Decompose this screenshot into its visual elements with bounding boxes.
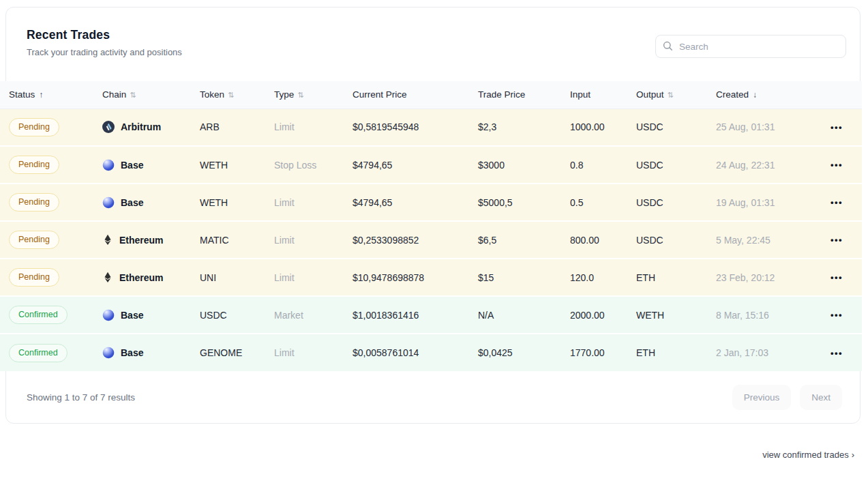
chain-label: Base — [121, 197, 143, 208]
column-label: Output — [636, 89, 664, 100]
trades-table: Status↑Chain⇅Token⇅Type⇅Current PriceTra… — [0, 81, 862, 371]
card-header: Recent Trades Track your trading activit… — [6, 8, 860, 81]
status-cell: Confirmed — [0, 334, 102, 371]
next-button[interactable]: Next — [800, 385, 842, 410]
type-cell: Limit — [274, 334, 353, 371]
input-cell: 0.8 — [570, 146, 636, 184]
pagination: Previous Next — [732, 385, 842, 410]
column-header-actions — [811, 81, 862, 108]
trade-price-cell: $5000,5 — [478, 184, 570, 221]
output-cell: USDC — [636, 221, 716, 259]
output-cell: ETH — [636, 334, 716, 371]
column-header-status[interactable]: Status↑ — [0, 81, 102, 108]
column-header-chain[interactable]: Chain⇅ — [102, 81, 200, 108]
created-cell: 2 Jan, 17:03 — [716, 334, 811, 371]
chain-cell-td: Base — [102, 334, 200, 371]
chain-cell-td: Ethereum — [102, 221, 200, 259]
column-header-trade-price: Trade Price — [478, 81, 570, 108]
row-actions-button[interactable]: ••• — [825, 231, 848, 249]
column-label: Created — [716, 89, 749, 100]
sort-icon: ⇅ — [130, 91, 136, 99]
ethereum-icon — [102, 234, 113, 246]
status-badge: Pending — [9, 118, 59, 136]
base-icon — [102, 347, 115, 359]
output-cell: ETH — [636, 259, 716, 296]
column-label: Status — [9, 89, 35, 100]
trade-price-cell: N/A — [478, 296, 570, 334]
table-row: PendingEthereumMATICLimit$0,2533098852$6… — [0, 221, 862, 259]
created-cell: 24 Aug, 22:31 — [716, 146, 811, 184]
column-label: Input — [570, 89, 590, 100]
input-cell: 120.0 — [570, 259, 636, 296]
column-header-token[interactable]: Token⇅ — [200, 81, 274, 108]
input-cell: 1000.00 — [570, 108, 636, 146]
row-actions-button[interactable]: ••• — [825, 193, 848, 212]
actions-cell: ••• — [811, 146, 862, 184]
table-row: PendingBaseWETHStop Loss$4794,65$30000.8… — [0, 146, 862, 184]
title-block: Recent Trades Track your trading activit… — [27, 28, 182, 57]
status-badge: Pending — [9, 231, 59, 249]
column-header-current-price: Current Price — [353, 81, 478, 108]
type-cell: Limit — [274, 108, 353, 146]
chevron-right-icon: › — [852, 450, 854, 460]
column-header-input: Input — [570, 81, 636, 108]
current-price-cell: $4794,65 — [353, 184, 478, 221]
trade-price-cell: $2,3 — [478, 108, 570, 146]
link-label: view confirmed trades — [762, 450, 848, 460]
output-cell: USDC — [636, 146, 716, 184]
type-cell: Limit — [274, 221, 353, 259]
token-cell: ARB — [200, 108, 274, 146]
token-cell: USDC — [200, 296, 274, 334]
status-cell: Pending — [0, 221, 102, 259]
row-actions-button[interactable]: ••• — [825, 268, 848, 287]
current-price-cell: $0,2533098852 — [353, 221, 478, 259]
search-icon — [663, 41, 673, 51]
row-actions-button[interactable]: ••• — [825, 306, 848, 324]
status-cell: Pending — [0, 146, 102, 184]
current-price-cell: $0,0058761014 — [353, 334, 478, 371]
table-row: PendingArbitrumARBLimit$0,5819545948$2,3… — [0, 108, 862, 146]
sort-icon: ⇅ — [668, 91, 674, 99]
view-confirmed-trades-link[interactable]: view confirmed trades› — [762, 450, 854, 460]
row-actions-button[interactable]: ••• — [825, 156, 848, 174]
table-row: PendingEthereumUNILimit$10,9478698878$15… — [0, 259, 862, 296]
created-cell: 19 Aug, 01:31 — [716, 184, 811, 221]
column-header-output[interactable]: Output⇅ — [636, 81, 716, 108]
chain-cell: Base — [102, 159, 200, 171]
row-actions-button[interactable]: ••• — [825, 118, 848, 136]
search-input[interactable] — [655, 35, 846, 58]
arbitrum-icon — [102, 121, 115, 133]
type-cell: Stop Loss — [274, 146, 353, 184]
actions-cell: ••• — [811, 296, 862, 334]
output-cell: USDC — [636, 184, 716, 221]
status-cell: Confirmed — [0, 296, 102, 334]
row-actions-button[interactable]: ••• — [825, 344, 848, 362]
trades-table-wrap: Status↑Chain⇅Token⇅Type⇅Current PriceTra… — [0, 81, 862, 371]
input-cell: 0.5 — [570, 184, 636, 221]
input-cell: 2000.00 — [570, 296, 636, 334]
chain-cell: Ethereum — [102, 234, 200, 246]
status-cell: Pending — [0, 259, 102, 296]
page-title: Recent Trades — [27, 28, 182, 42]
type-cell: Limit — [274, 259, 353, 296]
recent-trades-card: Recent Trades Track your trading activit… — [5, 7, 860, 424]
chain-label: Base — [121, 160, 143, 171]
actions-cell: ••• — [811, 184, 862, 221]
card-footer: Showing 1 to 7 of 7 results Previous Nex… — [6, 371, 860, 423]
chain-cell-td: Base — [102, 146, 200, 184]
sort-icon: ⇅ — [228, 91, 234, 99]
column-header-created[interactable]: Created↓ — [716, 81, 811, 108]
column-header-type[interactable]: Type⇅ — [274, 81, 353, 108]
table-row: PendingBaseWETHLimit$4794,65$5000,50.5US… — [0, 184, 862, 221]
current-price-cell: $4794,65 — [353, 146, 478, 184]
chain-cell-td: Base — [102, 296, 200, 334]
status-cell: Pending — [0, 184, 102, 221]
column-label: Type — [274, 89, 294, 100]
previous-button[interactable]: Previous — [732, 385, 792, 410]
actions-cell: ••• — [811, 108, 862, 146]
table-row: ConfirmedBaseGENOMELimit$0,0058761014$0,… — [0, 334, 862, 371]
output-cell: USDC — [636, 108, 716, 146]
chain-label: Ethereum — [119, 235, 164, 246]
created-cell: 5 May, 22:45 — [716, 221, 811, 259]
status-cell: Pending — [0, 108, 102, 146]
